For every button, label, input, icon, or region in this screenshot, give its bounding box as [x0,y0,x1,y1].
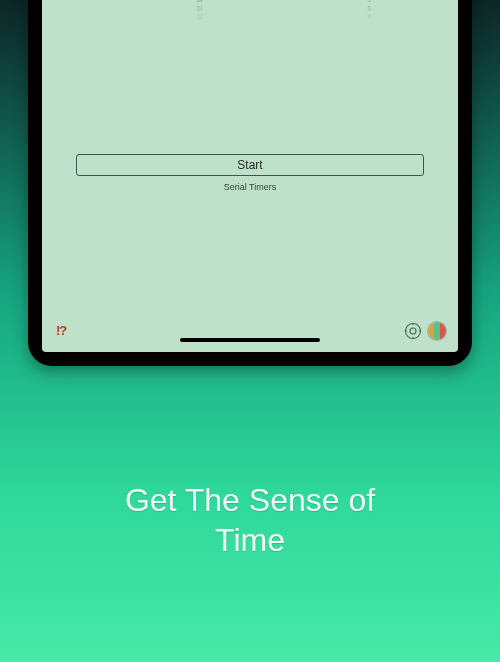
serial-timers-link[interactable]: Serial Timers [42,182,458,192]
headline-line: Time [215,522,285,558]
gear-icon[interactable] [404,322,422,340]
bottom-right-icons [404,322,446,340]
help-icon[interactable]: !? [56,323,66,338]
ipad-frame: 28 29 30 31 32 3 4 5 6 7 Start Serial Ti… [28,0,472,366]
promo-headline: Get The Sense of Time [0,480,500,560]
svg-point-1 [410,328,416,334]
time-picker-left[interactable]: 28 29 30 31 32 [192,0,207,23]
app-screen: 28 29 30 31 32 3 4 5 6 7 Start Serial Ti… [42,0,458,352]
home-indicator [180,338,320,342]
svg-point-0 [406,324,421,339]
time-picker-right[interactable]: 3 4 5 6 7 [362,0,377,23]
promo-background: 28 29 30 31 32 3 4 5 6 7 Start Serial Ti… [0,0,500,662]
start-button[interactable]: Start [76,154,424,176]
headline-line: Get The Sense of [125,482,375,518]
theme-icon[interactable] [428,322,446,340]
picker-value: 7 [362,11,377,23]
picker-value: 32 [192,11,207,23]
